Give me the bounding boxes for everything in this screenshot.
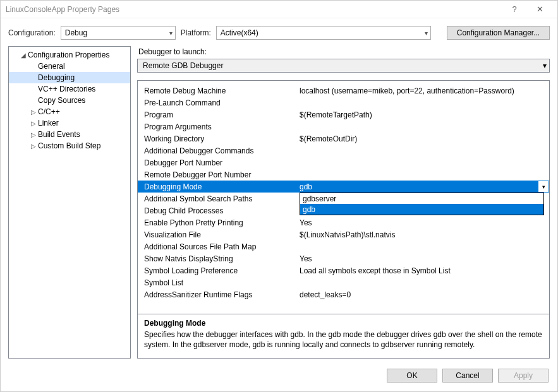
close-button[interactable]: ✕: [527, 4, 552, 14]
property-value: Load all symbols except those in Symbol …: [300, 266, 544, 275]
property-row[interactable]: Symbol List: [138, 276, 549, 288]
property-label: Enable Python Pretty Printing: [143, 218, 300, 227]
debugger-to-launch-value: Remote GDB Debugger: [143, 61, 223, 70]
property-label: Additional Symbol Search Paths: [143, 194, 300, 203]
chevron-down-icon: ▾: [425, 30, 428, 37]
tree-item-label: Debugging: [38, 73, 75, 82]
tree-item-label: General: [38, 62, 65, 71]
category-tree[interactable]: ◢ Configuration Properties GeneralDebugg…: [8, 46, 131, 359]
expand-icon[interactable]: ▷: [30, 131, 37, 138]
property-row[interactable]: AddressSanitizer Runtime Flagsdetect_lea…: [138, 288, 549, 300]
dialog-footer: OK Cancel Apply: [1, 362, 557, 391]
chevron-down-icon: ▾: [169, 30, 173, 37]
tree-item-label: Copy Sources: [38, 96, 85, 105]
cancel-button[interactable]: Cancel: [442, 369, 493, 383]
expand-icon[interactable]: ▷: [30, 120, 37, 127]
property-grid[interactable]: Remote Debug Machinelocalhost (username=…: [138, 81, 549, 314]
property-row[interactable]: Additional Debugger Commands: [138, 145, 549, 157]
description-title: Debugging Mode: [144, 318, 543, 328]
property-row[interactable]: Debugging Modegdb▾: [138, 181, 549, 193]
apply-button[interactable]: Apply: [498, 369, 549, 383]
configuration-value: Debug: [65, 28, 87, 37]
tree-item-label: C/C++: [38, 107, 60, 116]
debugger-to-launch-select[interactable]: Remote GDB Debugger ▾: [137, 59, 550, 73]
configuration-select[interactable]: Debug ▾: [61, 26, 176, 40]
property-row[interactable]: Visualization File$(LinuxNatvisPath)\stl…: [138, 229, 549, 241]
property-label: Symbol Loading Preference: [143, 266, 300, 275]
property-label: Debugger Port Number: [143, 158, 300, 167]
tree-item[interactable]: ▷Linker: [9, 117, 130, 129]
config-toolbar: Configuration: Debug ▾ Platform: Active(…: [1, 18, 557, 46]
property-row[interactable]: Remote Debug Machinelocalhost (username=…: [138, 85, 549, 97]
configuration-label: Configuration:: [8, 28, 56, 37]
dropdown-button[interactable]: ▾: [538, 181, 549, 193]
property-row[interactable]: Program$(RemoteTargetPath): [138, 109, 549, 121]
property-row[interactable]: Remote Debugger Port Number: [138, 169, 549, 181]
property-label: Symbol List: [143, 278, 300, 287]
property-label: Debug Child Processes: [143, 206, 300, 215]
property-label: Additional Sources File Path Map: [143, 242, 300, 251]
tree-item[interactable]: ▷Build Events: [9, 129, 130, 140]
property-value: $(LinuxNatvisPath)\stl.natvis: [300, 230, 544, 239]
collapse-icon[interactable]: ◢: [20, 52, 27, 59]
tree-root-label: Configuration Properties: [28, 50, 109, 59]
chevron-down-icon: ▾: [543, 61, 547, 70]
property-value: Yes: [300, 218, 544, 227]
property-grid-container: Remote Debug Machinelocalhost (username=…: [137, 80, 550, 359]
property-value: gdb: [300, 182, 544, 191]
dialog-body: ◢ Configuration Properties GeneralDebugg…: [1, 46, 557, 362]
property-row[interactable]: Pre-Launch Command: [138, 97, 549, 109]
platform-value: Active(x64): [221, 28, 258, 37]
right-panel: Debugger to launch: Remote GDB Debugger …: [137, 46, 550, 359]
tree-root[interactable]: ◢ Configuration Properties: [9, 49, 130, 61]
property-value: $(RemoteTargetPath): [300, 110, 544, 119]
tree-item[interactable]: Debugging: [9, 72, 130, 83]
configuration-manager-button[interactable]: Configuration Manager...: [447, 26, 550, 40]
property-label: Debugging Mode: [143, 182, 300, 191]
property-row[interactable]: Debugger Port Number: [138, 157, 549, 169]
tree-item[interactable]: Copy Sources: [9, 95, 130, 106]
window-title: LinuxConsoleApp Property Pages: [6, 5, 502, 14]
tree-item[interactable]: ▷C/C++: [9, 106, 130, 117]
debugging-mode-dropdown[interactable]: gdbservergdb: [300, 193, 544, 215]
property-value: detect_leaks=0: [300, 290, 544, 299]
property-label: Pre-Launch Command: [143, 98, 300, 107]
property-row[interactable]: Working Directory$(RemoteOutDir): [138, 133, 549, 145]
property-value: localhost (username=mikeb, port=22, auth…: [300, 86, 544, 95]
tree-item[interactable]: VC++ Directories: [9, 83, 130, 95]
expand-icon[interactable]: ▷: [30, 143, 37, 150]
property-value: Yes: [300, 254, 544, 263]
property-label: Program Arguments: [143, 122, 300, 131]
dropdown-option[interactable]: gdbserver: [300, 193, 543, 204]
tree-item-label: Build Events: [38, 130, 80, 139]
property-row[interactable]: Additional Sources File Path Map: [138, 241, 549, 252]
property-label: Additional Debugger Commands: [143, 146, 300, 155]
property-label: Working Directory: [143, 134, 300, 143]
platform-select[interactable]: Active(x64) ▾: [216, 26, 431, 40]
property-row[interactable]: Enable Python Pretty PrintingYes: [138, 217, 549, 229]
property-label: Remote Debug Machine: [143, 86, 300, 95]
property-row[interactable]: Symbol Loading PreferenceLoad all symbol…: [138, 264, 549, 276]
expand-icon[interactable]: ▷: [30, 109, 37, 116]
tree-item-label: VC++ Directories: [38, 85, 95, 93]
ok-button[interactable]: OK: [387, 369, 437, 383]
help-button[interactable]: ?: [502, 4, 527, 14]
property-pages-dialog: LinuxConsoleApp Property Pages ? ✕ Confi…: [0, 0, 558, 392]
titlebar: LinuxConsoleApp Property Pages ? ✕: [1, 1, 557, 18]
property-value: $(RemoteOutDir): [300, 134, 544, 143]
debugger-to-launch-label: Debugger to launch:: [138, 47, 550, 56]
tree-item[interactable]: ▷Custom Build Step: [9, 140, 130, 151]
property-row[interactable]: Program Arguments: [138, 121, 549, 133]
property-label: Visualization File: [143, 230, 300, 239]
dropdown-option[interactable]: gdb: [300, 204, 543, 215]
property-row[interactable]: Show Natvis DisplayStringYes: [138, 252, 549, 264]
platform-label: Platform:: [181, 28, 211, 37]
property-label: Remote Debugger Port Number: [143, 170, 300, 179]
tree-item-label: Custom Build Step: [38, 141, 100, 150]
description-panel: Debugging Mode Specifies how the debugge…: [138, 314, 549, 358]
property-label: Program: [143, 110, 300, 119]
tree-item[interactable]: General: [9, 61, 130, 72]
property-label: AddressSanitizer Runtime Flags: [143, 290, 300, 299]
description-text: Specifies how the debugger interfaces wi…: [144, 330, 543, 350]
tree-item-label: Linker: [38, 119, 59, 128]
